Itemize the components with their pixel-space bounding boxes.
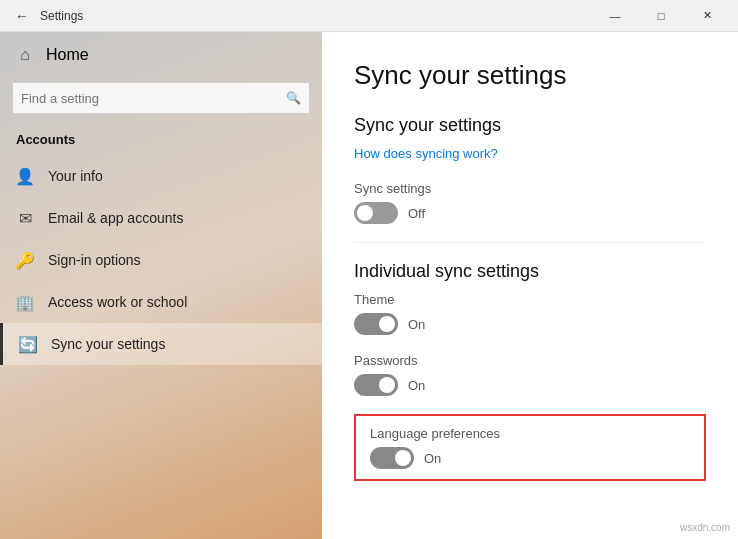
sync-settings-toggle-thumb	[357, 205, 373, 221]
content-panel: Sync your settings Sync your settings Ho…	[322, 32, 738, 539]
sidebar-item-label-4: Sync your settings	[51, 336, 165, 352]
individual-setting-item-0: Theme On	[354, 292, 706, 335]
individual-toggle-0[interactable]	[354, 313, 398, 335]
sync-settings-item: Sync settings Off	[354, 181, 706, 224]
individual-toggle-thumb-0	[379, 316, 395, 332]
minimize-button[interactable]: —	[592, 0, 638, 32]
sidebar-item-label-0: Your info	[48, 168, 103, 184]
search-box[interactable]: 🔍	[12, 82, 310, 114]
sidebar-icon-2: 🔑	[16, 251, 34, 269]
individual-toggle-row-2: On	[370, 447, 690, 469]
language-preferences-highlight: Language preferences On	[354, 414, 706, 481]
sync-settings-toggle-row: Off	[354, 202, 706, 224]
individual-items-list: Theme On Passwords On Language preferenc…	[354, 292, 706, 481]
how-syncing-works-link[interactable]: How does syncing work?	[354, 146, 706, 161]
watermark: wsxdn.com	[680, 522, 730, 533]
sidebar-item-label-2: Sign-in options	[48, 252, 141, 268]
individual-setting-item-1: Passwords On	[354, 353, 706, 396]
sidebar-icon-1: ✉	[16, 209, 34, 227]
individual-toggle-thumb-2	[395, 450, 411, 466]
close-button[interactable]: ✕	[684, 0, 730, 32]
individual-toggle-1[interactable]	[354, 374, 398, 396]
back-icon: ←	[15, 8, 29, 24]
individual-state-1: On	[408, 378, 425, 393]
individual-state-2: On	[424, 451, 441, 466]
minimize-icon: —	[610, 10, 621, 22]
page-title: Sync your settings	[354, 60, 706, 91]
sidebar-icon-3: 🏢	[16, 293, 34, 311]
back-button[interactable]: ←	[8, 2, 36, 30]
sidebar-home-label: Home	[46, 46, 89, 64]
maximize-button[interactable]: □	[638, 0, 684, 32]
sidebar-item-email-&-app-accounts[interactable]: ✉ Email & app accounts	[0, 197, 322, 239]
sidebar-item-sign-in-options[interactable]: 🔑 Sign-in options	[0, 239, 322, 281]
divider	[354, 242, 706, 243]
sidebar-item-your-info[interactable]: 👤 Your info	[0, 155, 322, 197]
home-icon: ⌂	[16, 46, 34, 64]
sidebar: ⌂ Home 🔍 Accounts 👤 Your info ✉ Email & …	[0, 32, 322, 539]
individual-toggle-2[interactable]	[370, 447, 414, 469]
sidebar-item-access-work-or-school[interactable]: 🏢 Access work or school	[0, 281, 322, 323]
title-bar: ← Settings — □ ✕	[0, 0, 738, 32]
sync-settings-state: Off	[408, 206, 425, 221]
individual-setting-label-2: Language preferences	[370, 426, 690, 441]
title-bar-title: Settings	[36, 9, 592, 23]
maximize-icon: □	[658, 10, 665, 22]
individual-setting-label-1: Passwords	[354, 353, 706, 368]
search-icon: 🔍	[286, 91, 301, 105]
sidebar-icon-4: 🔄	[19, 335, 37, 353]
main-area: ⌂ Home 🔍 Accounts 👤 Your info ✉ Email & …	[0, 32, 738, 539]
sidebar-item-label-1: Email & app accounts	[48, 210, 183, 226]
individual-sync-section: Individual sync settings Theme On Passwo…	[354, 261, 706, 481]
individual-toggle-thumb-1	[379, 377, 395, 393]
individual-setting-label-0: Theme	[354, 292, 706, 307]
sidebar-nav: 👤 Your info ✉ Email & app accounts 🔑 Sig…	[0, 155, 322, 365]
individual-toggle-row-0: On	[354, 313, 706, 335]
sync-section-title: Sync your settings	[354, 115, 706, 136]
sidebar-section-label: Accounts	[0, 126, 322, 155]
individual-state-0: On	[408, 317, 425, 332]
window-controls: — □ ✕	[592, 0, 730, 32]
individual-section-title: Individual sync settings	[354, 261, 706, 282]
sidebar-item-home[interactable]: ⌂ Home	[0, 32, 322, 78]
sidebar-icon-0: 👤	[16, 167, 34, 185]
sidebar-item-sync-your-settings[interactable]: 🔄 Sync your settings	[0, 323, 322, 365]
sync-settings-toggle[interactable]	[354, 202, 398, 224]
close-icon: ✕	[703, 9, 712, 22]
sync-settings-label: Sync settings	[354, 181, 706, 196]
individual-toggle-row-1: On	[354, 374, 706, 396]
sidebar-item-label-3: Access work or school	[48, 294, 187, 310]
search-input[interactable]	[21, 91, 286, 106]
